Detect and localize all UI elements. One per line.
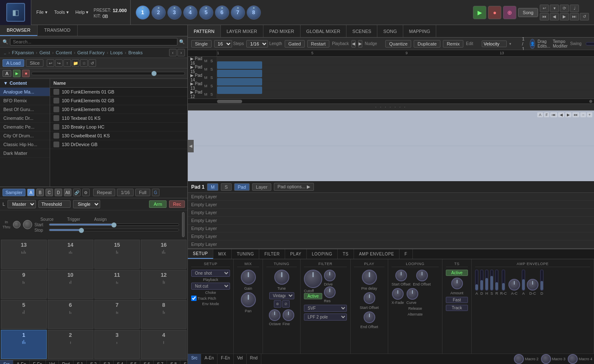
pad15-m-btn[interactable]: M — [203, 67, 208, 71]
loop-start-knob[interactable] — [395, 270, 407, 281]
pad-cell-7[interactable]: 7 — [94, 300, 140, 329]
stop-small-btn[interactable]: ■ — [22, 70, 30, 77]
pad-4-btn[interactable]: 4 — [183, 5, 197, 20]
start-slider[interactable] — [49, 223, 179, 226]
start-offset-knob[interactable] — [364, 292, 375, 304]
stop-slider[interactable] — [49, 229, 179, 231]
redo-dropdown-btn[interactable]: ▾ — [550, 5, 559, 12]
pad-cell-11[interactable]: 11 — [94, 270, 140, 299]
preview-slider[interactable] — [31, 72, 185, 75]
pad13-cell-1[interactable] — [217, 86, 262, 94]
pad13-m-btn[interactable]: M — [203, 84, 208, 88]
end-btn[interactable]: ⏭ — [570, 13, 579, 20]
fen-tab[interactable]: F-En — [30, 360, 46, 364]
library-item-bestof[interactable]: Best Of Guru... — [0, 105, 50, 114]
pad-cell-5[interactable]: 5 — [1, 300, 47, 329]
macro2-knob[interactable] — [514, 354, 524, 364]
drive-knob[interactable] — [324, 270, 336, 281]
svf-select[interactable]: SVF — [304, 305, 347, 312]
nudge-left-btn[interactable]: ◀ — [351, 40, 356, 48]
pad-cell-6[interactable]: 6 — [48, 300, 94, 329]
refresh2-icon[interactable]: ↺ — [88, 59, 96, 67]
remix-btn[interactable]: Remix — [443, 40, 463, 48]
pad13-s-btn[interactable]: S — [209, 84, 214, 88]
dc-knob[interactable] — [527, 279, 538, 291]
waveform-minus-btn[interactable]: − — [580, 112, 586, 117]
expand-btn[interactable]: ⊕ — [589, 99, 592, 104]
s4-tab[interactable]: S 4 — [114, 360, 127, 364]
pad12-m-btn[interactable]: M — [203, 92, 208, 96]
arm-btn[interactable]: Arm — [149, 200, 167, 208]
mapping-tab[interactable]: MAPPING — [403, 25, 437, 37]
vintage-icon2[interactable]: ⊘ — [282, 300, 290, 308]
file-item-0[interactable]: 100 FunkElements 01 GB — [50, 88, 187, 96]
file-item-1[interactable]: 100 FunkElements 02 GB — [50, 96, 187, 105]
pad-cell-10[interactable]: 10 — [48, 270, 94, 299]
breadcrumb-loops[interactable]: Loops — [109, 50, 124, 56]
s9-tab[interactable]: S 9 — [180, 360, 187, 364]
pad-7-btn[interactable]: 7 — [231, 5, 245, 20]
file-menu[interactable]: File ▾ — [35, 9, 49, 16]
ts-track-badge[interactable]: Track — [446, 305, 468, 311]
pad12-s-btn[interactable]: S — [209, 92, 214, 96]
global-mixer-tab[interactable]: GLOBAL MIXER — [301, 25, 347, 37]
layer-item-3[interactable]: Empty Layer — [188, 217, 594, 225]
one-shot-select[interactable]: One shot — [191, 270, 230, 277]
back-btn[interactable]: ◀ — [550, 13, 559, 20]
pad-3-btn[interactable]: 3 — [167, 5, 182, 20]
r-slider[interactable] — [495, 270, 498, 291]
threshold-select[interactable]: Threshold — [38, 200, 71, 208]
sampler-letter-b[interactable]: B — [36, 189, 44, 196]
full-btn[interactable]: Full — [135, 189, 150, 196]
undo-btn[interactable]: ↩ — [540, 5, 549, 12]
pad-cell-14[interactable]: 14 — [48, 240, 94, 269]
end-offset-knob[interactable] — [364, 311, 375, 323]
pad15-cell-1[interactable] — [217, 70, 262, 77]
forward-btn[interactable]: ▶ — [560, 13, 569, 20]
breadcrumb-fxpansion[interactable]: FXpansion — [10, 50, 35, 56]
length-select[interactable]: 1/16 — [117, 189, 133, 196]
play-small-btn[interactable]: ▶ — [13, 70, 20, 77]
pattern-scrollbar[interactable]: ⊕ — [188, 99, 594, 104]
macro-aen-tab[interactable]: A-En — [201, 354, 217, 364]
pad-cell-16[interactable]: 16 — [141, 240, 187, 269]
waveform-left-btn[interactable]: ◀ — [188, 140, 194, 152]
pad16-cell-1[interactable] — [217, 61, 262, 69]
library-item-bfd[interactable]: BFD Remix — [0, 96, 50, 105]
rc-slider[interactable] — [502, 270, 505, 291]
layer-item-1[interactable]: Empty Layer — [188, 201, 594, 209]
setup-tab[interactable]: SETUP — [188, 249, 213, 259]
pan-knob[interactable] — [241, 292, 256, 307]
breadcrumb-geist[interactable]: Geist — [38, 50, 51, 56]
pad-s-btn[interactable]: S — [221, 183, 231, 191]
pad-cell-9[interactable]: 9 — [1, 270, 47, 299]
nav-next-icon[interactable]: › — [177, 49, 185, 56]
pad14-cell-1[interactable] — [217, 78, 262, 86]
vol-knob[interactable] — [13, 221, 20, 228]
pad-5-btn[interactable]: 5 — [199, 5, 213, 20]
steps-select[interactable]: 16 — [214, 40, 232, 48]
amount-knob[interactable] — [451, 278, 463, 289]
waveform-prev-btn[interactable]: ◀ — [558, 112, 564, 117]
single-btn[interactable]: Single — [191, 40, 212, 48]
sampler-letter-c[interactable]: C — [45, 189, 53, 196]
waveform-skip-end-btn[interactable]: ⏭ — [572, 112, 579, 117]
library-item-city[interactable]: City Of Drum... — [0, 131, 50, 140]
pad-layer-btn[interactable]: Layer — [252, 183, 271, 191]
pad-m-btn[interactable]: M — [207, 183, 218, 191]
play-tab[interactable]: PLAY — [285, 249, 307, 259]
tune-knob[interactable] — [274, 270, 289, 285]
s3-tab[interactable]: S 3 — [100, 360, 114, 364]
duplicate-btn[interactable]: Duplicate — [414, 40, 440, 48]
breadcrumb-back[interactable]: .. — [3, 50, 8, 56]
lpf2-select[interactable]: LPF 2 pole — [304, 313, 347, 321]
layer-mixer-tab[interactable]: LAYER MIXER — [221, 25, 263, 37]
folder-icon[interactable]: 📁 — [72, 59, 79, 67]
geist-icon[interactable]: G — [152, 189, 159, 196]
pad-2-btn[interactable]: 2 — [152, 5, 166, 20]
refresh-btn[interactable]: ↺ — [580, 13, 589, 20]
octave-knob[interactable] — [269, 309, 281, 321]
h-slider[interactable] — [485, 270, 488, 291]
macro-src-tab[interactable]: Src — [188, 354, 201, 364]
resize-handle[interactable]: · · · · · · · — [188, 104, 594, 110]
